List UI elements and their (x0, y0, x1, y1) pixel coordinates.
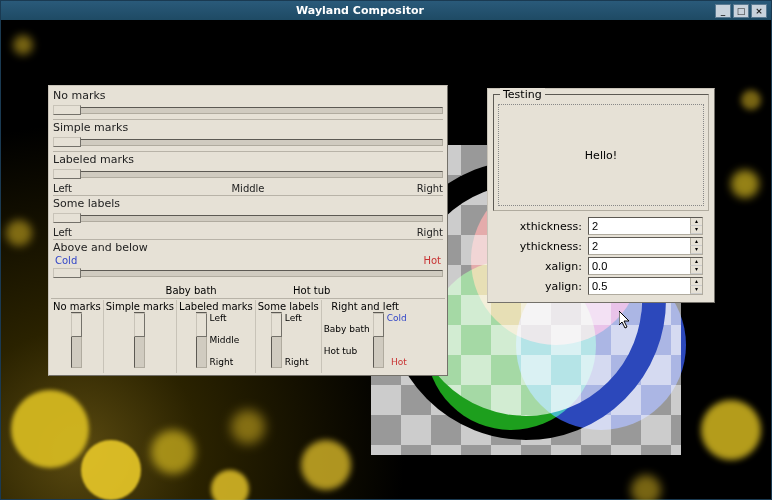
vslider-simple-marks[interactable] (134, 312, 145, 368)
slider-simple-marks[interactable] (53, 136, 443, 149)
vslider-some-labels[interactable] (271, 312, 282, 368)
slider-labeled-marks[interactable] (53, 168, 443, 181)
hello-box: Hello! (498, 104, 704, 206)
yalign-spinbox[interactable]: ▴▾ (588, 277, 703, 295)
hello-label: Hello! (585, 149, 617, 162)
slider-above-below[interactable] (53, 267, 443, 280)
vslider-right-left[interactable] (373, 312, 384, 368)
vtick-left: Left (210, 313, 240, 323)
vtick-left-2: Left (285, 313, 309, 323)
vertical-sliders-row: No marks Simple marks Labeled marks (51, 298, 445, 373)
vtitle-right-left: Right and left (331, 301, 399, 312)
testing-legend: Testing (500, 88, 545, 101)
cursor-arrow-icon (619, 311, 633, 331)
vtick-middle: Middle (210, 335, 240, 345)
spin-down-icon[interactable]: ▾ (690, 246, 702, 254)
vtitle-some-labels: Some labels (258, 301, 319, 312)
spin-down-icon[interactable]: ▾ (690, 266, 702, 274)
babybath-label: Baby bath (166, 285, 217, 296)
testing-window[interactable]: Testing Hello! xthickness: ▴▾ ythickness… (487, 88, 715, 303)
cold-label: Cold (55, 255, 77, 266)
vtick-babybath: Baby bath (324, 324, 370, 334)
row-label-no-marks: No marks (51, 88, 445, 103)
sliders-demo-window[interactable]: No marks Simple marks Labeled marks (48, 85, 448, 376)
vslider-labeled-marks[interactable] (196, 312, 207, 368)
titlebar[interactable]: Wayland Compositor _ □ × (1, 1, 771, 20)
window-title: Wayland Compositor (5, 4, 715, 17)
close-button[interactable]: × (751, 4, 767, 18)
xthickness-spinbox[interactable]: ▴▾ (588, 217, 703, 235)
slider-some-labels[interactable] (53, 212, 443, 225)
minimize-button[interactable]: _ (715, 4, 731, 18)
row-label-some-labels: Some labels (51, 196, 445, 211)
xalign-label: xalign: (493, 260, 588, 273)
row-label-above-below: Above and below (51, 240, 445, 255)
spin-down-icon[interactable]: ▾ (690, 226, 702, 234)
tick-left: Left (53, 183, 183, 194)
vtick-cold: Cold (387, 313, 407, 323)
ythickness-input[interactable] (589, 238, 690, 254)
xalign-spinbox[interactable]: ▴▾ (588, 257, 703, 275)
vtitle-labeled-marks: Labeled marks (179, 301, 253, 312)
vtitle-no-marks: No marks (53, 301, 101, 312)
vtick-right: Right (210, 357, 240, 367)
tick-right: Right (313, 183, 443, 194)
row-label-labeled-marks: Labeled marks (51, 152, 445, 167)
yalign-label: yalign: (493, 280, 588, 293)
spin-down-icon[interactable]: ▾ (690, 286, 702, 294)
vtick-right-2: Right (285, 357, 309, 367)
slider-no-marks[interactable] (53, 104, 443, 117)
main-window: Wayland Compositor _ □ × (0, 0, 772, 500)
ythickness-label: ythickness: (493, 240, 588, 253)
vtitle-simple-marks: Simple marks (106, 301, 174, 312)
testing-frame: Testing Hello! (493, 94, 709, 211)
hot-label: Hot (423, 255, 441, 266)
vtick-hottub: Hot tub (324, 346, 370, 356)
hottub-label: Hot tub (293, 285, 330, 296)
maximize-button[interactable]: □ (733, 4, 749, 18)
vslider-no-marks[interactable] (71, 312, 82, 368)
xalign-input[interactable] (589, 258, 690, 274)
tick-right-2: Right (313, 227, 443, 238)
tick-middle: Middle (183, 183, 313, 194)
yalign-input[interactable] (589, 278, 690, 294)
tick-left-2: Left (53, 227, 183, 238)
compositor-content: No marks Simple marks Labeled marks (1, 20, 771, 499)
xthickness-input[interactable] (589, 218, 690, 234)
row-label-simple-marks: Simple marks (51, 120, 445, 135)
vtick-hot: Hot (387, 357, 407, 367)
ythickness-spinbox[interactable]: ▴▾ (588, 237, 703, 255)
xthickness-label: xthickness: (493, 220, 588, 233)
